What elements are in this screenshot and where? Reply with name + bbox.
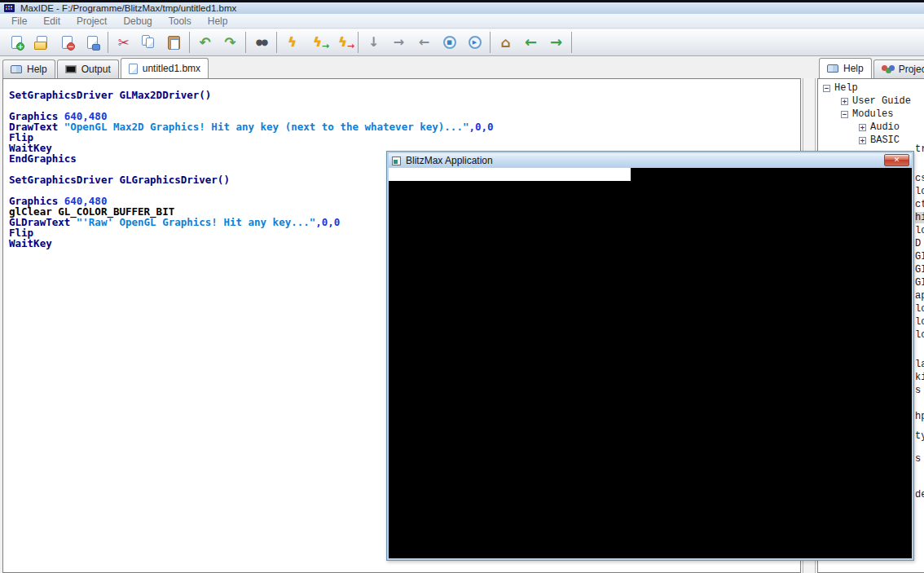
toolbar-separator <box>358 32 359 53</box>
toolbar-separator <box>245 32 246 53</box>
tree-item-modules[interactable]: −Modules <box>818 108 924 121</box>
copy-icon <box>142 35 156 50</box>
build-icon: ϟ <box>288 36 297 49</box>
tree-item-clipped[interactable]: ki <box>915 372 924 383</box>
menu-edit[interactable]: Edit <box>35 15 68 27</box>
tree-item-clipped[interactable]: lo <box>915 303 924 315</box>
tree-item-label: User Guide <box>852 95 911 107</box>
menu-file[interactable]: File <box>3 15 35 27</box>
tree-item-user-guide[interactable]: +User Guide <box>818 95 924 108</box>
menu-project[interactable]: Project <box>68 15 115 27</box>
tree-item-clipped[interactable]: la <box>915 359 924 370</box>
code-line[interactable]: DrawText "OpenGL Max2D Graphics! Hit any… <box>9 121 800 132</box>
code-line[interactable] <box>9 100 800 111</box>
step-in-button[interactable]: → <box>386 32 411 53</box>
home-button[interactable]: ⌂ <box>493 32 518 53</box>
find-icon: ●● <box>256 38 266 46</box>
expand-icon[interactable]: + <box>841 98 848 105</box>
back-button[interactable]: ← <box>518 32 543 53</box>
app-window-titlebar[interactable]: BlitzMax Application ✕ <box>389 153 912 168</box>
menubar: FileEditProjectDebugToolsHelp <box>0 14 924 29</box>
code-line[interactable]: Flip <box>9 132 800 143</box>
tree-item-clipped[interactable]: de <box>915 489 924 500</box>
tab-untitled1-bmx[interactable]: untitled1.bmx <box>121 58 209 78</box>
step-out-button[interactable]: ← <box>411 32 437 53</box>
step-out-icon: ← <box>419 36 429 49</box>
tree-item-clipped[interactable]: lo <box>915 225 924 236</box>
build-button[interactable]: ϟ <box>279 32 305 53</box>
file-icon <box>129 64 138 74</box>
build-debug-icon: ϟ <box>338 36 347 49</box>
tree-item-clipped[interactable]: D <box>915 238 921 249</box>
tree-item-clipped[interactable]: ap <box>915 290 924 302</box>
tree-item-help[interactable]: −Help <box>818 82 924 95</box>
tree-item-clipped[interactable]: lc <box>915 329 924 341</box>
app-window-canvas[interactable] <box>389 168 912 558</box>
undo-button[interactable]: ↶ <box>192 32 218 53</box>
build-run-button[interactable]: ϟ→ <box>305 32 330 53</box>
tree-item-clipped[interactable]: cs <box>915 173 924 184</box>
screen-icon <box>65 65 77 73</box>
find-button[interactable]: ●● <box>249 32 274 53</box>
collapse-icon[interactable]: − <box>841 111 848 118</box>
tree-item-clipped[interactable]: tr <box>915 143 924 155</box>
menu-tools[interactable]: Tools <box>161 15 200 27</box>
forward-button[interactable]: → <box>543 32 569 53</box>
build-debug-button[interactable]: ϟ→ <box>330 32 355 53</box>
save-file-icon <box>87 36 98 49</box>
run-button[interactable]: ▶ <box>462 32 487 53</box>
tree-item-basic[interactable]: +BASIC <box>818 134 924 147</box>
tab-label: Help <box>843 63 864 74</box>
copy-button[interactable] <box>136 32 161 53</box>
menu-debug[interactable]: Debug <box>115 15 160 27</box>
collapse-icon[interactable]: − <box>823 85 830 92</box>
book-icon <box>11 65 22 73</box>
menu-help[interactable]: Help <box>200 15 236 27</box>
toolbar-separator <box>189 32 190 53</box>
window-title: MaxIDE - F:/Programme/BlitzMax/tmp/untit… <box>20 3 236 13</box>
document-tabs: HelpOutputuntitled1.bmx <box>2 58 210 78</box>
forward-icon: → <box>550 35 562 50</box>
new-file-button[interactable]: + <box>4 32 29 53</box>
paste-button[interactable] <box>161 32 187 53</box>
tab-help[interactable]: Help <box>2 60 55 78</box>
tree-item-audio[interactable]: +Audio <box>818 121 924 134</box>
tree-item-clipped[interactable]: lo <box>915 316 924 328</box>
cut-button[interactable]: ✂ <box>111 32 136 53</box>
tree-item-clipped[interactable]: s <box>915 453 921 465</box>
tree-item-label: Audio <box>870 121 900 133</box>
tab-projects[interactable]: Projects <box>873 60 924 78</box>
tree-item-label: BASIC <box>870 134 900 146</box>
redo-button[interactable]: ↷ <box>218 32 243 53</box>
tab-label: Output <box>81 64 111 75</box>
tree-item-clipped[interactable]: s <box>915 385 921 396</box>
step-button[interactable]: ↓ <box>361 32 386 53</box>
tab-output[interactable]: Output <box>57 60 119 78</box>
tree-item-clipped[interactable]: GI <box>915 277 924 289</box>
back-icon: ← <box>525 35 537 50</box>
open-file-button[interactable] <box>29 32 55 53</box>
expand-icon[interactable]: + <box>859 137 866 144</box>
redo-icon: ↷ <box>224 36 235 50</box>
toolbar-separator <box>276 32 277 53</box>
tree-item-clipped[interactable]: hp <box>915 411 924 422</box>
tree-item-clipped[interactable]: GI <box>915 264 924 275</box>
tab-bar: HelpOutputuntitled1.bmx HelpProjects <box>0 56 924 78</box>
tree-item-clipped[interactable]: hi <box>915 212 924 223</box>
window-titlebar[interactable]: MaxIDE - F:/Programme/BlitzMax/tmp/untit… <box>0 2 924 14</box>
tab-help[interactable]: Help <box>819 58 872 78</box>
tree-item-clipped[interactable]: lo <box>915 186 924 197</box>
close-file-button[interactable]: − <box>55 32 80 53</box>
save-file-button[interactable] <box>80 32 105 53</box>
close-button[interactable]: ✕ <box>884 154 909 166</box>
expand-icon[interactable]: + <box>859 124 866 131</box>
stop-button[interactable]: ■ <box>437 32 462 53</box>
build-run-icon: ϟ <box>313 36 322 49</box>
tab-label: Help <box>27 64 47 75</box>
stop-icon: ■ <box>443 36 456 49</box>
code-line[interactable]: SetGraphicsDriver GLMax2DDriver() <box>9 90 800 100</box>
tree-item-clipped[interactable]: GI <box>915 251 924 262</box>
toolbar-separator <box>490 32 491 53</box>
tree-item-clipped[interactable]: ct <box>915 199 924 210</box>
tree-item-clipped[interactable]: ty <box>915 430 924 442</box>
